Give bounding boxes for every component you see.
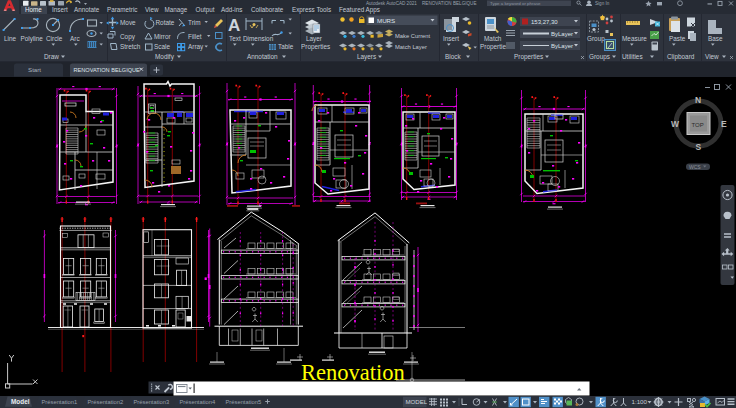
svg-text:Base: Base <box>708 35 723 42</box>
svg-text:WCS: WCS <box>689 164 701 170</box>
svg-text:ByLayer: ByLayer <box>551 43 573 49</box>
svg-text:Output: Output <box>196 6 215 14</box>
svg-text:Model: Model <box>11 398 30 405</box>
svg-text:Make Current: Make Current <box>395 33 431 39</box>
svg-text:Présentation4: Présentation4 <box>180 399 217 405</box>
svg-text:Properties: Properties <box>480 43 509 51</box>
svg-text:Type a keyword or phrase: Type a keyword or phrase <box>490 1 541 6</box>
svg-text:E: E <box>721 119 727 129</box>
svg-text:Stretch: Stretch <box>120 43 141 50</box>
svg-text:Manage: Manage <box>165 6 188 14</box>
svg-text:View: View <box>705 53 719 60</box>
svg-text:Match Layer: Match Layer <box>395 44 427 50</box>
svg-text:Fillet: Fillet <box>188 33 202 40</box>
svg-text:Match: Match <box>484 35 502 42</box>
svg-text:1:100: 1:100 <box>632 398 648 405</box>
svg-text:Sign In: Sign In <box>595 1 610 6</box>
svg-text:Présentation2: Présentation2 <box>88 399 124 405</box>
svg-text:Collaborate: Collaborate <box>251 6 284 13</box>
svg-text:Line: Line <box>4 35 17 42</box>
svg-text:W: W <box>671 119 680 129</box>
svg-text:Insert: Insert <box>443 35 459 42</box>
svg-text:Group: Group <box>587 35 605 43</box>
svg-text:Utilities: Utilities <box>622 53 643 60</box>
svg-text:Insert: Insert <box>52 6 68 13</box>
svg-text:Présentation1: Présentation1 <box>42 399 78 405</box>
svg-text:Autodesk AutoCAD 2021: Autodesk AutoCAD 2021 <box>366 1 417 6</box>
svg-text:Start: Start <box>28 66 41 73</box>
svg-text:TOP: TOP <box>692 122 704 128</box>
svg-text:Scale: Scale <box>154 43 170 50</box>
svg-text:Clipboard: Clipboard <box>667 53 695 61</box>
svg-text:Layers: Layers <box>357 53 376 61</box>
svg-text:Arc: Arc <box>70 35 80 42</box>
svg-text:153,27,30: 153,27,30 <box>531 19 558 25</box>
svg-text:MURS: MURS <box>377 17 395 24</box>
svg-text:ByLayer: ByLayer <box>551 31 573 37</box>
svg-text:Array: Array <box>188 43 204 51</box>
svg-text:Rotate: Rotate <box>156 19 175 26</box>
svg-text:Block: Block <box>445 53 461 60</box>
svg-text:A: A <box>228 16 240 35</box>
svg-text:RENOVATION BELGIQUE*: RENOVATION BELGIQUE* <box>74 67 143 73</box>
svg-text:MODEL: MODEL <box>406 398 428 405</box>
svg-text:Table: Table <box>278 43 294 50</box>
svg-text:Home: Home <box>25 6 42 13</box>
svg-text:Présentation5: Présentation5 <box>226 399 262 405</box>
svg-text:Express Tools: Express Tools <box>292 6 331 14</box>
svg-text:View: View <box>145 6 159 13</box>
svg-text:Featured Apps: Featured Apps <box>339 6 380 14</box>
svg-text:Properties: Properties <box>301 43 330 51</box>
svg-text:Polyline: Polyline <box>21 35 44 43</box>
svg-text:Text: Text <box>229 35 241 42</box>
svg-text:Paste: Paste <box>669 35 686 42</box>
svg-text:S: S <box>696 142 702 152</box>
svg-text:Circle: Circle <box>46 35 63 42</box>
svg-text:RENOVATION BELGIQUE: RENOVATION BELGIQUE <box>422 1 476 6</box>
svg-text:Measure: Measure <box>622 35 647 42</box>
svg-text:Copy: Copy <box>120 33 136 41</box>
svg-text:Dimension: Dimension <box>243 35 274 42</box>
svg-text:Annotation: Annotation <box>247 53 278 60</box>
svg-text:Parametric: Parametric <box>107 6 137 13</box>
svg-text:Mirror: Mirror <box>154 33 172 40</box>
svg-text:Draw: Draw <box>44 53 59 60</box>
svg-text:Trim: Trim <box>188 19 201 26</box>
svg-text:Add-ins: Add-ins <box>221 6 242 13</box>
svg-text:Groups: Groups <box>589 53 610 61</box>
svg-text:Présentation3: Présentation3 <box>134 399 170 405</box>
svg-text:Renovation: Renovation <box>301 360 405 385</box>
svg-text:Layer: Layer <box>306 35 323 43</box>
svg-text:Modify: Modify <box>155 53 175 61</box>
svg-text:Annotate: Annotate <box>74 6 100 13</box>
svg-text:Properties: Properties <box>514 53 543 61</box>
svg-text:N: N <box>695 95 701 105</box>
svg-text:Move: Move <box>120 19 136 26</box>
